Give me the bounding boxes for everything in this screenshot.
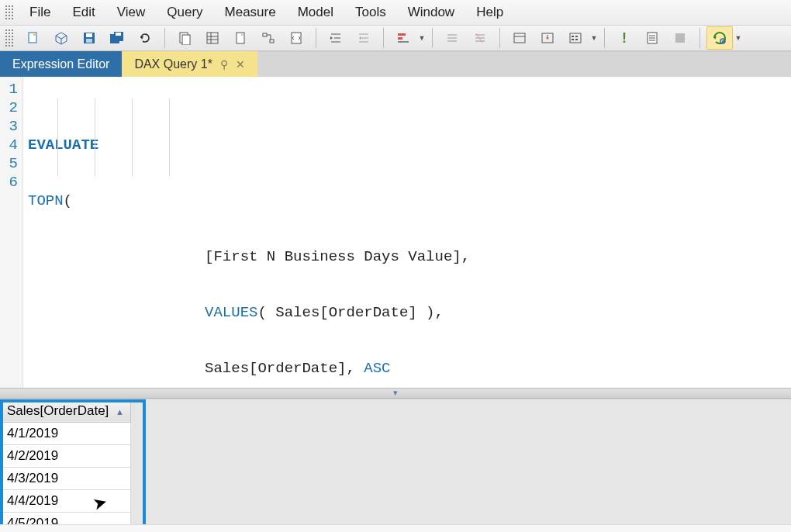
toolbar: ▼ ▼ ! ▼ [0, 26, 791, 51]
cell-orderdate: 4/2/2019 [1, 444, 131, 467]
code-editor[interactable]: 1 2 3 4 5 6 EVALUATE TOPN( [First N Busi… [0, 77, 791, 387]
cell-orderdate: 4/5/2019 [1, 512, 131, 524]
window-button[interactable] [506, 26, 533, 50]
outdent-button[interactable] [351, 26, 377, 50]
doc-button[interactable] [639, 26, 665, 50]
new-file-button[interactable] [20, 26, 47, 50]
stop-icon [674, 32, 686, 44]
menu-window[interactable]: Window [397, 0, 465, 25]
doc-lines-icon [645, 31, 659, 45]
window-icon [513, 31, 527, 45]
refresh-button[interactable] [132, 26, 158, 50]
svg-rect-47 [575, 39, 578, 40]
grip-handle-icon[interactable] [5, 29, 14, 47]
code-text: ( Sales[OrderDate] ), [257, 304, 443, 321]
svg-rect-44 [572, 36, 574, 37]
outdent-icon [357, 31, 371, 45]
svg-rect-29 [398, 37, 402, 40]
settings-dropdown[interactable]: ▼ [590, 26, 598, 50]
svg-marker-1 [56, 33, 67, 39]
function-topn: TOPN [28, 192, 64, 209]
results-table: Sales[OrderDate] ▲ 4/1/2019 4/2/2019 4/3… [0, 399, 131, 525]
cell-orderdate: 4/3/2019 [1, 467, 131, 489]
save-all-button[interactable] [104, 26, 130, 50]
toolbar-separator [699, 28, 700, 48]
uncomment-button[interactable] [467, 26, 493, 50]
table-row[interactable]: 4/3/2019 [1, 467, 131, 489]
line-number: 1 [0, 80, 18, 98]
page-button[interactable] [227, 26, 254, 50]
svg-marker-27 [359, 36, 361, 40]
comment-button[interactable] [439, 26, 465, 50]
grid-icon [206, 31, 219, 45]
menu-file[interactable]: File [19, 0, 61, 25]
run-button[interactable] [706, 26, 733, 50]
results-panel: Sales[OrderDate] ▲ 4/1/2019 4/2/2019 4/3… [0, 399, 791, 525]
grip-handle-icon[interactable] [5, 5, 14, 20]
svg-rect-8 [116, 33, 121, 36]
svg-rect-4 [86, 33, 92, 37]
pin-icon[interactable]: ⚲ [220, 58, 228, 71]
stop-button[interactable] [667, 26, 693, 50]
script-icon [289, 31, 303, 45]
table-row[interactable]: 4/2/2019 [1, 444, 131, 467]
svg-rect-28 [398, 33, 406, 36]
keyword-evaluate: EVALUATE [28, 136, 98, 154]
warning-button[interactable]: ! [611, 26, 637, 50]
table-row[interactable]: 4/5/2019 [1, 512, 131, 524]
settings-button[interactable] [562, 26, 589, 50]
svg-rect-52 [675, 33, 685, 43]
code-area[interactable]: EVALUATE TOPN( [First N Business Days Va… [23, 77, 791, 387]
indent [28, 360, 205, 377]
run-dropdown[interactable]: ▼ [734, 26, 742, 50]
toolbar-separator [604, 28, 605, 48]
format-button[interactable] [390, 26, 416, 50]
tab-expression-editor[interactable]: Expression Editor [0, 51, 122, 77]
open-button[interactable] [48, 26, 74, 50]
format-dropdown[interactable]: ▼ [418, 26, 426, 50]
menu-model[interactable]: Model [287, 0, 344, 25]
indent-button[interactable] [323, 26, 349, 50]
save-all-icon [109, 31, 125, 45]
menu-edit[interactable]: Edit [61, 0, 105, 25]
svg-rect-45 [575, 36, 578, 37]
server-button[interactable] [534, 26, 561, 50]
tab-dax-query[interactable]: DAX Query 1* ⚲ ✕ [122, 51, 257, 77]
svg-rect-43 [570, 33, 581, 43]
table-row[interactable]: 4/1/2019 [1, 422, 131, 444]
svg-marker-53 [713, 36, 717, 40]
grid-button[interactable] [199, 26, 226, 50]
script-button[interactable] [283, 26, 309, 50]
save-button[interactable] [76, 26, 102, 50]
copy-button[interactable] [171, 26, 198, 50]
svg-rect-30 [398, 41, 409, 43]
toolbar-separator [383, 28, 384, 48]
menu-help[interactable]: Help [465, 0, 514, 25]
relation-button[interactable] [255, 26, 282, 50]
splitter-handle[interactable]: ▾ [0, 388, 791, 399]
svg-rect-19 [292, 33, 301, 43]
server-icon [541, 31, 554, 45]
svg-rect-5 [86, 39, 92, 43]
column-header-orderdate[interactable]: Sales[OrderDate] ▲ [1, 399, 131, 422]
svg-rect-16 [237, 33, 244, 43]
tab-label: DAX Query 1* [134, 57, 212, 71]
line-number: 2 [0, 98, 18, 117]
run-gear-icon [712, 30, 727, 46]
svg-rect-11 [182, 35, 190, 45]
uncomment-icon [473, 31, 487, 45]
status-strip [0, 524, 791, 532]
menu-view[interactable]: View [106, 0, 157, 25]
page-icon [233, 31, 247, 45]
copy-icon [178, 31, 192, 45]
close-icon[interactable]: ✕ [236, 58, 245, 71]
code-text: Sales[OrderDate], [205, 360, 364, 377]
menu-measure[interactable]: Measure [214, 0, 287, 25]
menu-tools[interactable]: Tools [344, 0, 397, 25]
keyword-asc: ASC [364, 360, 390, 377]
svg-rect-46 [572, 39, 574, 40]
table-row[interactable]: 4/4/2019 [1, 489, 131, 512]
relation-icon [261, 31, 275, 45]
indent [28, 248, 205, 265]
menu-query[interactable]: Query [156, 0, 213, 25]
